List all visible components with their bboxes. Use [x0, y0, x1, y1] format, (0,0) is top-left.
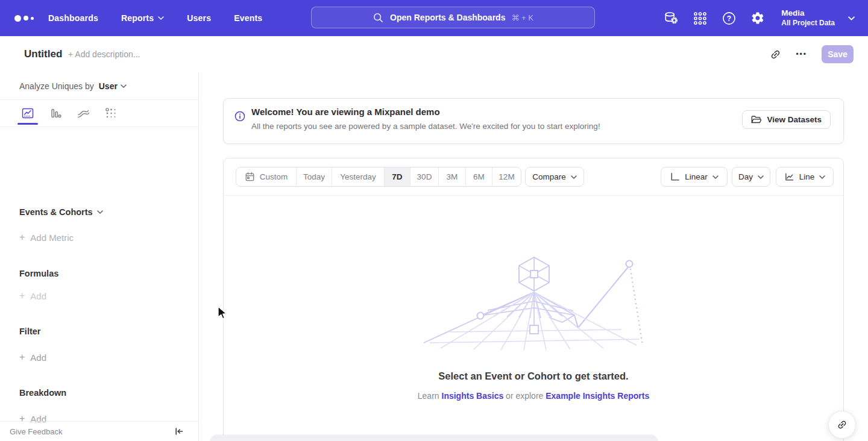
empty-state-title: Select an Event or Cohort to get started…: [224, 371, 843, 382]
linear-axis-icon: [670, 172, 680, 182]
range-today-label: Today: [303, 172, 325, 181]
nav-events[interactable]: Events: [234, 13, 262, 23]
copy-link-icon[interactable]: [770, 49, 781, 60]
banner-title: Welcome! You are viewing a Mixpanel demo: [251, 107, 440, 117]
chart-type-label: Line: [799, 172, 815, 181]
report-title[interactable]: Untitled: [24, 36, 62, 72]
settings-gear-icon[interactable]: [750, 10, 766, 26]
add-filter-button[interactable]: + Add: [19, 352, 46, 363]
report-description-placeholder[interactable]: + Add description...: [68, 36, 140, 72]
scale-label: Linear: [685, 172, 708, 181]
range-6m-label: 6M: [473, 172, 485, 181]
report-header: Untitled + Add description... ••• Save: [0, 36, 868, 72]
add-metric-button[interactable]: + Add Metric: [19, 232, 74, 243]
range-3m[interactable]: 3M: [439, 167, 466, 186]
formulas-section-title: Formulas: [19, 269, 58, 278]
nav-reports-label: Reports: [121, 13, 154, 23]
data-management-icon[interactable]: [663, 10, 679, 26]
nav-dashboards-label: Dashboards: [48, 13, 98, 23]
global-search[interactable]: Open Reports & Dashboards ⌘ + K: [311, 7, 595, 28]
search-placeholder: Open Reports & Dashboards: [390, 13, 505, 22]
nav-users[interactable]: Users: [187, 13, 211, 23]
svg-text:?: ?: [727, 14, 731, 22]
save-button[interactable]: Save: [822, 45, 854, 63]
interval-label: Day: [738, 172, 753, 181]
empty-state-illustration: [423, 255, 646, 350]
insights-basics-link[interactable]: Insights Basics: [442, 391, 504, 401]
tab-flow-icon[interactable]: [74, 104, 92, 122]
interval-dropdown[interactable]: Day: [732, 167, 770, 187]
tab-insights-line-icon[interactable]: [19, 104, 37, 122]
range-30d[interactable]: 30D: [410, 167, 439, 186]
range-30d-label: 30D: [417, 172, 432, 181]
project-chevron-down-icon[interactable]: [848, 16, 855, 20]
apps-grid-icon[interactable]: [692, 10, 708, 26]
chevron-down-icon: [121, 84, 127, 88]
query-builder-sidebar: Analyze Uniques by User: [0, 72, 199, 441]
chevron-down-icon: [712, 175, 719, 179]
range-custom-label: Custom: [260, 172, 288, 181]
more-options-icon[interactable]: •••: [796, 50, 807, 58]
view-datasets-label: View Datasets: [767, 115, 822, 124]
search-icon: [373, 12, 384, 23]
give-feedback-link[interactable]: Give Feedback: [10, 427, 62, 436]
analyze-value-text: User: [99, 81, 118, 91]
toolbar-divider: [224, 195, 843, 196]
visualization-tabs: [0, 100, 198, 127]
active-tab-underline: [17, 123, 38, 125]
project-name: Media: [781, 8, 835, 19]
card-toolbar: Custom Today Yesterday 7D 30D 3M 6M 12M …: [224, 158, 843, 195]
compare-button[interactable]: Compare: [525, 167, 584, 187]
range-6m[interactable]: 6M: [466, 167, 492, 186]
filter-label: Filter: [19, 327, 40, 336]
calendar-icon: [245, 172, 255, 182]
range-today[interactable]: Today: [297, 167, 332, 186]
line-chart-icon: [784, 172, 794, 182]
mixpanel-logo-icon[interactable]: [14, 13, 36, 23]
collapse-sidebar-icon[interactable]: [174, 427, 184, 436]
nav-reports[interactable]: Reports: [121, 13, 164, 23]
chevron-down-icon: [819, 175, 825, 179]
analyze-value-dropdown[interactable]: User: [99, 81, 127, 91]
range-12m[interactable]: 12M: [492, 167, 521, 186]
range-7d[interactable]: 7D: [385, 167, 410, 186]
add-metric-label: Add Metric: [30, 233, 74, 243]
add-filter-label: Add: [30, 352, 46, 363]
filter-section-title: Filter: [19, 327, 40, 336]
scale-dropdown[interactable]: Linear: [661, 167, 728, 187]
tab-bar-chart-icon[interactable]: [46, 104, 64, 122]
analyze-row: Analyze Uniques by User: [0, 72, 198, 100]
chart-type-dropdown[interactable]: Line: [776, 167, 834, 187]
welcome-banner: Welcome! You are viewing a Mixpanel demo…: [223, 98, 844, 144]
analyze-label: Analyze Uniques by: [19, 81, 94, 91]
help-icon[interactable]: ?: [721, 10, 737, 26]
add-formula-label: Add: [30, 291, 46, 301]
bottom-panel-peek: [210, 435, 658, 441]
top-nav-bar: Dashboards Reports Users Events Open Rep…: [0, 0, 868, 36]
events-cohorts-label: Events & Cohorts: [19, 207, 93, 217]
chevron-down-icon: [758, 175, 764, 179]
range-7d-label: 7D: [392, 172, 402, 181]
add-formula-button[interactable]: + Add: [19, 290, 46, 301]
chevron-down-icon: [158, 16, 164, 20]
range-custom[interactable]: Custom: [236, 167, 297, 186]
example-insights-reports-link[interactable]: Example Insights Reports: [546, 391, 649, 401]
share-link-fab[interactable]: [828, 411, 856, 439]
plus-icon: +: [19, 290, 25, 301]
sidebar-footer: Give Feedback: [0, 421, 198, 441]
chevron-down-icon: [97, 210, 103, 214]
tab-retention-grid-icon[interactable]: [102, 104, 120, 122]
top-right-controls: ? Media All Project Data: [663, 0, 855, 36]
range-yesterday[interactable]: Yesterday: [332, 167, 385, 186]
plus-icon: +: [19, 352, 25, 363]
nav-users-label: Users: [187, 13, 211, 23]
view-datasets-button[interactable]: View Datasets: [742, 110, 831, 129]
project-scope: All Project Data: [781, 19, 835, 28]
range-3m-label: 3M: [447, 172, 458, 181]
hint-prefix: Learn: [418, 391, 439, 401]
nav-dashboards[interactable]: Dashboards: [48, 13, 98, 23]
events-cohorts-section-title[interactable]: Events & Cohorts: [19, 207, 103, 217]
link-icon: [837, 419, 848, 430]
chevron-down-icon: [571, 175, 577, 179]
project-switcher[interactable]: Media All Project Data: [781, 8, 835, 28]
